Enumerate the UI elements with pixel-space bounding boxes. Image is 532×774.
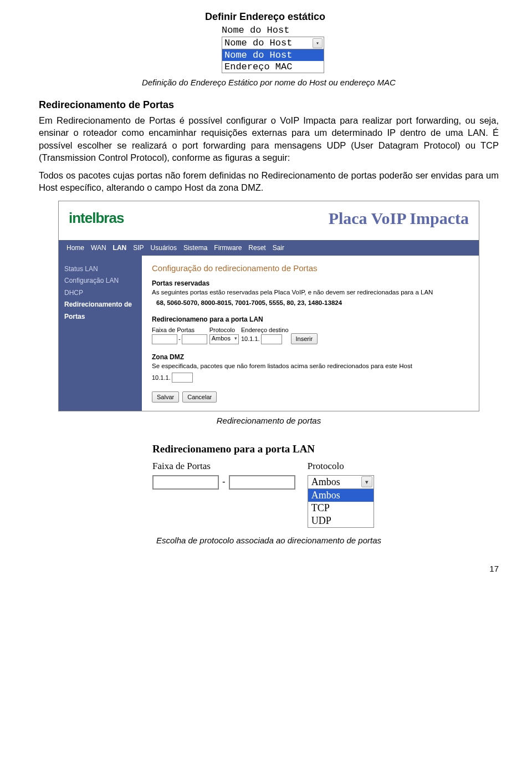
col-proto-label: Protocolo bbox=[209, 327, 239, 333]
figure-caption: Redirecionamento de portas bbox=[39, 416, 499, 425]
figure-static-address: Definir Endereço estático Nome do Host N… bbox=[205, 11, 332, 73]
menu-item[interactable]: Firmware bbox=[214, 244, 242, 252]
webui-header: intelbras Placa VoIP Impacta bbox=[59, 201, 479, 240]
dropdown-selected-value: Nome do Host bbox=[224, 38, 292, 48]
dmz-label: Zona DMZ bbox=[152, 353, 469, 361]
brand-logo: intelbras bbox=[69, 210, 124, 227]
page-title: Placa VoIP Impacta bbox=[329, 209, 469, 228]
col-faixa-label: Faixa de Portas bbox=[152, 461, 295, 472]
dropdown-option[interactable]: Endereço MAC bbox=[222, 61, 324, 73]
dropdown-option[interactable]: Ambos bbox=[308, 489, 374, 502]
cancel-button[interactable]: Cancelar bbox=[182, 391, 217, 403]
menu-item[interactable]: Reset bbox=[248, 244, 265, 252]
port-forward-row: Faixa de Portas - Protocolo Ambos Endere… bbox=[152, 327, 469, 344]
dropdown-option[interactable]: UDP bbox=[308, 515, 374, 527]
body-paragraph: Todos os pacotes cujas portas não forem … bbox=[39, 169, 499, 194]
col-dest-label: Endereço destino bbox=[241, 327, 289, 333]
host-dropdown[interactable]: Nome do Host ▾ Nome do Host Endereço MAC bbox=[222, 37, 324, 73]
dmz-prefix: 10.1.1. bbox=[152, 374, 171, 381]
dash: - bbox=[178, 335, 181, 342]
menu-item[interactable]: LAN bbox=[113, 244, 127, 252]
webui-sidebar: Status LAN Configuração LAN DHCP Redirec… bbox=[59, 256, 142, 411]
menu-item[interactable]: WAN bbox=[91, 244, 106, 252]
host-label: Nome do Host bbox=[222, 25, 332, 35]
webui-screenshot: intelbras Placa VoIP Impacta Home WAN LA… bbox=[58, 201, 479, 411]
figure-caption: Escolha de protocolo associada ao direci… bbox=[39, 536, 499, 545]
figure-caption: Definição do Endereço Estático por nome … bbox=[39, 78, 499, 87]
port-to-input[interactable] bbox=[182, 334, 207, 344]
page-number: 17 bbox=[39, 564, 499, 573]
menu-item[interactable]: Sistema bbox=[183, 244, 207, 252]
dest-prefix: 10.1.1. bbox=[241, 335, 260, 342]
sidebar-item[interactable]: Configuração LAN bbox=[64, 275, 136, 287]
insert-button[interactable]: Inserir bbox=[291, 333, 318, 344]
port-from-input[interactable] bbox=[152, 334, 177, 344]
menu-item[interactable]: Usuários bbox=[151, 244, 177, 252]
chevron-down-icon: ▾ bbox=[313, 38, 323, 48]
lan-redirect-label: Redirecionameno para a porta LAN bbox=[152, 315, 469, 323]
dropdown-option[interactable]: Nome do Host bbox=[222, 49, 324, 61]
dmz-desc: Se especificada, pacotes que não forem l… bbox=[152, 362, 469, 371]
col-proto-label: Protocolo bbox=[308, 461, 374, 472]
port-to-input[interactable] bbox=[229, 475, 295, 490]
figure-title: Redirecionameno para a porta LAN bbox=[152, 443, 385, 455]
dropdown-option[interactable]: TCP bbox=[308, 502, 374, 515]
reserved-ports-desc: As seguintes portas estão reservadas pel… bbox=[152, 288, 469, 297]
protocol-select[interactable]: Ambos bbox=[209, 334, 239, 344]
webui-menubar: Home WAN LAN SIP Usuários Sistema Firmwa… bbox=[59, 240, 479, 256]
figure-title: Definir Endereço estático bbox=[205, 11, 332, 23]
sidebar-item[interactable]: Status LAN bbox=[64, 263, 136, 276]
menu-item[interactable]: Sair bbox=[273, 244, 284, 252]
col-faixa-label: Faixa de Portas bbox=[152, 327, 207, 333]
main-title: Configuração do redirecionamento de Port… bbox=[152, 263, 469, 273]
protocol-dropdown[interactable]: Ambos ▾ Ambos TCP UDP bbox=[308, 475, 374, 528]
port-from-input[interactable] bbox=[152, 475, 219, 490]
webui-main: Configuração do redirecionamento de Port… bbox=[142, 256, 479, 411]
dest-ip-input[interactable] bbox=[261, 334, 282, 344]
body-paragraph: Em Redirecionamento de Portas é possível… bbox=[39, 114, 499, 164]
dropdown-selected-value: Ambos bbox=[311, 476, 340, 488]
menu-item[interactable]: Home bbox=[66, 244, 84, 252]
reserved-ports-list: 68, 5060-5070, 8000-8015, 7001-7005, 555… bbox=[156, 299, 469, 308]
figure-protocol: Redirecionameno para a porta LAN Faixa d… bbox=[152, 443, 385, 528]
sidebar-item[interactable]: DHCP bbox=[64, 287, 136, 299]
dmz-ip-input[interactable] bbox=[172, 373, 193, 383]
section-heading: Redirecionamento de Portas bbox=[39, 99, 499, 111]
chevron-down-icon: ▾ bbox=[361, 476, 372, 487]
dash: - bbox=[222, 476, 226, 487]
save-button[interactable]: Salvar bbox=[152, 391, 179, 403]
reserved-ports-label: Portas reservadas bbox=[152, 279, 469, 287]
menu-item[interactable]: SIP bbox=[133, 244, 144, 252]
sidebar-item[interactable]: Redirecionamento de Portas bbox=[64, 299, 136, 323]
